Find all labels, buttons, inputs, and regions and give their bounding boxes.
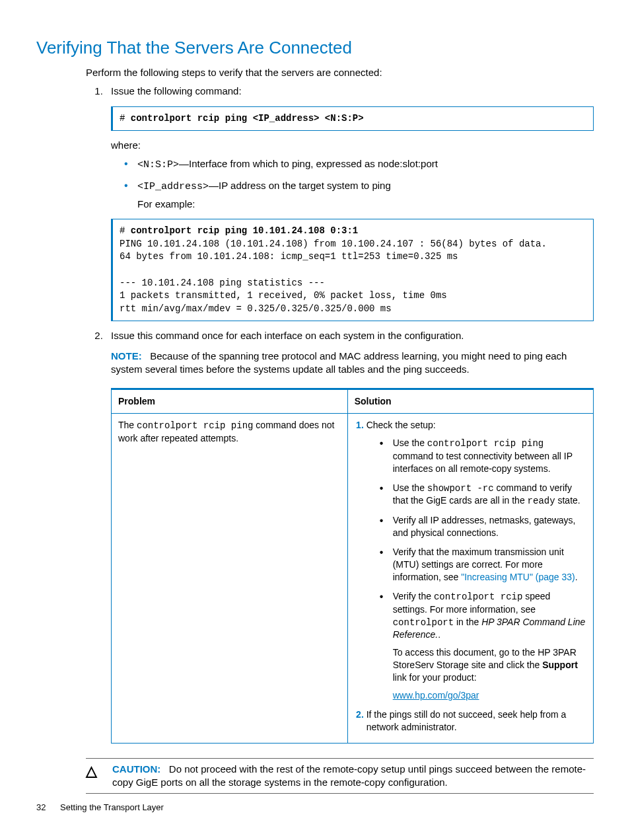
hp-3par-link[interactable]: www.hp.com/go/3par [393,690,479,701]
solution-item-1: Check the setup: Use the controlport rci… [367,419,586,702]
page-footer: 32 Setting the Transport Layer [36,802,164,814]
solution-list: Check the setup: Use the controlport rci… [355,419,586,734]
desc-nsp: —Interface from which to ping, expressed… [179,158,438,169]
caution-label: CAUTION: [112,763,160,775]
command-box-2: # controlport rcip ping 10.101.24.108 0:… [111,219,594,321]
where-label: where: [111,139,594,152]
where-item-2: <IP_address>—IP address on the target sy… [124,179,594,211]
th-problem: Problem [112,389,348,414]
troubleshoot-table: Problem Solution The controlport rcip pi… [111,388,594,744]
sol1-b4: Verify that the maximum transmission uni… [380,546,586,584]
page-number: 32 [36,802,46,812]
sol1-b3: Verify all IP addresses, netmasks, gatew… [380,514,586,539]
sol1-b5: Verify the controlport rcip speed settin… [380,590,586,702]
sol1-b1: Use the controlport rcip ping command to… [380,437,586,475]
caution-block: △ CAUTION: Do not proceed with the rest … [86,758,594,794]
procedure-list: Issue the following command: # controlpo… [86,85,594,743]
section-heading: Verifying That the Servers Are Connected [36,36,594,59]
problem-pre: The [118,420,137,430]
where-item-1: <N:S:P>—Interface from which to ping, ex… [124,157,594,172]
sol1-bullets: Use the controlport rcip ping command to… [367,437,586,702]
sol1-b2: Use the showport -rc command to verify t… [380,482,586,508]
problem-code: controlport rcip ping [137,420,253,431]
step-2: Issue this command once for each interfa… [106,329,594,743]
sol1-text: Check the setup: [367,420,436,430]
prompt: # [120,113,131,124]
prompt: # [120,225,131,236]
command-text: controlport rcip ping <IP_address> <N:S:… [131,113,364,124]
step-1: Issue the following command: # controlpo… [106,85,594,321]
code-ip: <IP_address> [137,181,209,192]
desc-ip: —IP address on the target system to ping [209,180,391,191]
table-row: The controlport rcip ping command does n… [112,413,594,743]
th-solution: Solution [347,389,593,414]
command-box-1: # controlport rcip ping <IP_address> <N:… [111,106,594,132]
note-label: NOTE: [111,350,142,362]
example-cmd: controlport rcip ping 10.101.24.108 0:3:… [131,225,358,236]
problem-cell: The controlport rcip ping command does n… [112,413,348,743]
solution-cell: Check the setup: Use the controlport rci… [347,413,593,743]
code-nsp: <N:S:P> [137,159,179,171]
for-example-label: For example: [137,198,594,211]
step1-text: Issue the following command: [111,85,242,96]
caution-body: Do not proceed with the rest of the remo… [112,763,586,788]
caution-text: CAUTION: Do not proceed with the rest of… [112,763,594,790]
table-header-row: Problem Solution [112,389,594,414]
caution-icon: △ [86,763,112,790]
chapter-title: Setting the Transport Layer [60,802,164,812]
solution-item-2: If the pings still do not succeed, seek … [367,708,586,734]
note-text: Because of the spanning tree protocol an… [111,350,567,375]
where-list: <N:S:P>—Interface from which to ping, ex… [111,157,594,211]
note-block: NOTE: Because of the spanning tree proto… [111,350,594,377]
example-output: PING 10.101.24.108 (10.101.24.108) from … [120,239,547,314]
step2-text: Issue this command once for each interfa… [111,330,464,341]
mtu-xref[interactable]: "Increasing MTU" (page 33) [461,572,575,582]
sol1-access-para: To access this document, go to the HP 3P… [393,646,586,684]
intro-text: Perform the following steps to verify th… [86,66,594,79]
